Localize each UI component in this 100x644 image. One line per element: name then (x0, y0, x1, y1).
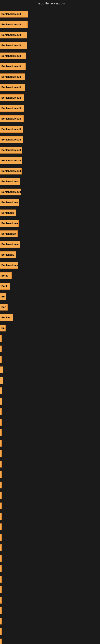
bar[interactable] (0, 346, 1, 352)
bar-label: Bottleneck result (1, 34, 21, 36)
bar-label: Bottleneck resu (1, 243, 19, 246)
bar[interactable]: | (0, 335, 1, 342)
bar[interactable]: Bottleneck result (0, 11, 28, 18)
bar[interactable]: Bottlen (0, 314, 13, 321)
bar[interactable] (0, 388, 2, 394)
bar-row: Bottleneck result (0, 145, 100, 155)
bar-row (0, 406, 100, 417)
bar[interactable] (0, 638, 1, 644)
bar[interactable]: Bottleneck result (0, 188, 21, 196)
bar[interactable]: Bott (0, 304, 8, 310)
bar-row: Bottleneck result (0, 82, 100, 92)
bar[interactable]: | (0, 356, 1, 363)
bar[interactable]: Bottleneck res (0, 220, 19, 227)
bar[interactable] (0, 628, 1, 635)
bar[interactable] (0, 524, 1, 530)
bar[interactable]: Bottl (0, 283, 10, 290)
bar[interactable]: Bottleneck result (0, 21, 28, 28)
bar[interactable]: Bottleneck re (0, 230, 18, 237)
bar[interactable] (0, 429, 1, 436)
bar[interactable]: Bottleneck result (0, 84, 25, 91)
bar-row (0, 365, 100, 375)
bar-label: Bottleneck result (1, 86, 21, 89)
bar-label: Bottleneck result (1, 138, 21, 141)
bar-row: Bottleneck result (0, 30, 100, 40)
bar-row: Bottleneck result (0, 92, 100, 103)
bar[interactable] (0, 576, 1, 582)
bar[interactable]: Bottleneck (0, 251, 16, 258)
bar-label: Bottl (1, 285, 7, 288)
bar-row: Bo (0, 323, 100, 333)
bar[interactable]: Bottleneck resu (0, 178, 20, 185)
bar[interactable]: Bottleneck (0, 210, 16, 216)
bar[interactable] (0, 440, 1, 446)
bar-row: Bottleneck result (0, 9, 100, 19)
bar[interactable] (0, 471, 1, 478)
bar[interactable]: Bottleneck result (0, 168, 22, 174)
bar[interactable] (0, 398, 2, 405)
bar[interactable] (0, 607, 1, 614)
bar-row (0, 553, 100, 564)
bar[interactable] (0, 366, 3, 373)
bar-row (0, 584, 100, 595)
bar-row: Bottleneck res (0, 218, 100, 228)
bar-label: Bottleneck result (1, 107, 21, 110)
bar[interactable]: Bottleneck result (0, 105, 24, 112)
bar-label: Bottleneck result (1, 149, 21, 152)
bar[interactable] (0, 555, 1, 562)
bar[interactable] (0, 419, 1, 426)
bar[interactable]: Bottle (0, 272, 12, 279)
bar[interactable]: Bottleneck result (0, 115, 24, 122)
bar[interactable] (0, 565, 1, 572)
bar[interactable]: Bottleneck result (0, 74, 25, 80)
bar[interactable]: Bottleneck result (0, 63, 26, 70)
bar-label: Bottleneck result (1, 65, 21, 68)
bars-container: Bottleneck resultBottleneck resultBottle… (0, 7, 100, 644)
bar-label: Bottleneck result (1, 96, 21, 99)
bar-row: Bottleneck res (0, 197, 100, 208)
bar[interactable] (0, 502, 1, 509)
bar[interactable] (0, 492, 1, 499)
bar[interactable] (0, 544, 1, 551)
bar-row (0, 417, 100, 428)
bar[interactable]: Bottleneck result (0, 32, 27, 38)
bar[interactable]: Bottleneck result (0, 157, 22, 164)
bar[interactable]: Bottleneck res (0, 262, 18, 269)
bar[interactable]: Bo (0, 324, 6, 332)
bar[interactable] (0, 408, 1, 415)
bar-label: Bottleneck res (1, 264, 18, 267)
bar[interactable] (0, 597, 1, 604)
bar-row: Bo (0, 292, 100, 302)
bar[interactable] (0, 513, 1, 520)
bar-row (0, 564, 100, 574)
bar[interactable]: Bottleneck result (0, 94, 24, 101)
bar-row (0, 501, 100, 511)
bar[interactable]: Bottleneck result (0, 136, 23, 143)
bar-row: Bottleneck result (0, 61, 100, 72)
bar[interactable]: Bottleneck resu (0, 241, 20, 248)
bar-row: Bottleneck result (0, 72, 100, 82)
bar[interactable] (0, 461, 1, 468)
bar[interactable] (0, 482, 1, 488)
bar-label: Bottleneck result (1, 44, 21, 47)
bar-row (0, 637, 100, 644)
bar[interactable] (0, 618, 1, 624)
bar[interactable] (0, 534, 1, 541)
bar-row (0, 542, 100, 553)
bar-label: Bottleneck resu (1, 180, 19, 183)
bar-row: Bottleneck result (0, 124, 100, 134)
bar[interactable] (0, 586, 1, 593)
bar[interactable]: Bottleneck res (0, 199, 19, 206)
bar[interactable]: Bottleneck result (0, 52, 26, 59)
bar-label: Bottleneck result (1, 54, 21, 57)
bar[interactable]: Bottleneck result (0, 126, 23, 132)
bar[interactable]: Bo (0, 293, 6, 300)
bar-label: Bottleneck result (1, 117, 21, 120)
bar[interactable]: Bottleneck result (0, 147, 22, 154)
bar-row (0, 375, 100, 386)
bar[interactable] (0, 450, 1, 457)
bar-label: Bottleneck result (1, 190, 21, 194)
bar[interactable]: Bottleneck result (0, 42, 27, 49)
bar[interactable] (0, 377, 3, 384)
bar-label: Bott (1, 306, 6, 308)
